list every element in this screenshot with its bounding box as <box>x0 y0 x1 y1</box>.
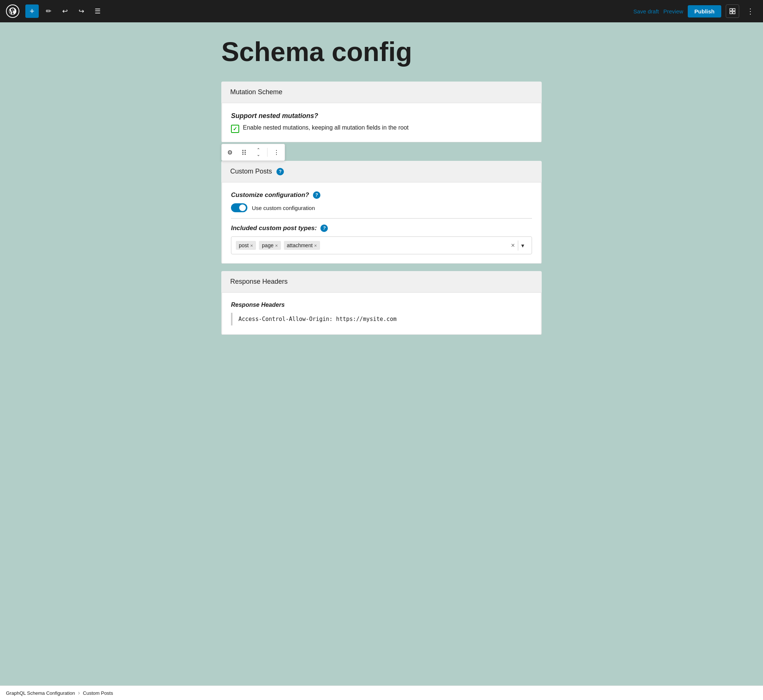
customize-config-text: Customize configuration? <box>231 191 309 199</box>
nested-mutations-label: Enable nested mutations, keeping all mut… <box>243 124 409 131</box>
chevron-updown-icon <box>257 148 260 157</box>
toggle-label: Use custom configuration <box>252 205 315 211</box>
mutation-scheme-header: Mutation Scheme <box>221 81 542 103</box>
tags-input[interactable]: post × page × attachment × × ▾ <box>231 236 532 254</box>
svg-point-5 <box>245 150 246 151</box>
publish-button[interactable]: Publish <box>688 5 721 17</box>
main-content: Schema config Mutation Scheme Support ne… <box>214 22 549 700</box>
mutation-scheme-body: Support nested mutations? Enable nested … <box>222 103 541 142</box>
customize-config-label: Customize configuration? ? <box>231 191 532 199</box>
toolbar-divider <box>267 148 268 157</box>
block-settings-button[interactable]: ⚙ <box>223 145 237 159</box>
included-post-types-label: Included custom post types: ? <box>231 225 532 232</box>
customize-config-help-icon[interactable]: ? <box>313 191 320 199</box>
block-drag-button[interactable] <box>237 145 251 159</box>
svg-rect-1 <box>733 9 735 11</box>
undo-button[interactable]: ↩ <box>58 5 72 18</box>
tag-attachment-remove[interactable]: × <box>314 243 317 248</box>
mutation-scheme-title: Mutation Scheme <box>230 88 282 96</box>
svg-rect-0 <box>730 9 732 11</box>
response-headers-block: Response Headers Response Headers Access… <box>221 271 542 335</box>
svg-point-9 <box>245 154 246 155</box>
tag-post: post × <box>236 241 256 250</box>
included-help-icon[interactable]: ? <box>320 225 328 232</box>
custom-posts-header: Custom Posts ? <box>221 161 542 182</box>
save-draft-button[interactable]: Save draft <box>633 8 659 14</box>
custom-posts-help-icon[interactable]: ? <box>276 168 284 175</box>
svg-rect-3 <box>733 11 735 14</box>
response-headers-code: Access-Control-Allow-Origin: https://mys… <box>231 313 532 325</box>
svg-rect-2 <box>730 11 732 14</box>
toolbar: + ✏ ↩ ↪ ☰ Save draft Preview Publish ⋮ <box>0 0 763 22</box>
preview-button[interactable]: Preview <box>663 8 683 14</box>
custom-posts-block: Custom Posts ? Customize configuration? … <box>221 161 542 264</box>
list-view-button[interactable]: ☰ <box>91 5 104 18</box>
toggle-row: Use custom configuration <box>231 203 532 212</box>
redo-button[interactable]: ↪ <box>75 5 88 18</box>
response-headers-header: Response Headers <box>221 271 542 292</box>
toolbar-right: Save draft Preview Publish ⋮ <box>633 5 757 18</box>
add-block-button[interactable]: + <box>25 5 39 18</box>
custom-config-toggle[interactable] <box>231 203 248 212</box>
breadcrumb-child: Custom Posts <box>83 690 113 696</box>
toolbar-left: + ✏ ↩ ↪ ☰ <box>6 5 104 18</box>
svg-point-6 <box>243 152 244 153</box>
tags-actions: × ▾ <box>509 240 527 251</box>
nested-mutations-checkbox[interactable] <box>231 125 239 133</box>
svg-point-8 <box>243 154 244 155</box>
tag-page-remove[interactable]: × <box>275 243 278 248</box>
block-more-button[interactable]: ⋮ <box>270 145 283 159</box>
breadcrumb-separator: › <box>78 689 80 696</box>
tags-clear-button[interactable]: × <box>509 240 516 251</box>
response-headers-code-line: Access-Control-Allow-Origin: https://mys… <box>238 316 396 322</box>
response-headers-sub-label: Response Headers <box>231 302 532 308</box>
svg-point-4 <box>243 150 244 151</box>
nested-mutations-checkbox-row: Enable nested mutations, keeping all mut… <box>231 124 532 133</box>
section-divider <box>231 218 532 219</box>
mutation-scheme-block: Mutation Scheme Support nested mutations… <box>221 81 542 142</box>
wp-logo[interactable] <box>6 5 19 18</box>
breadcrumb-root: GraphQL Schema Configuration <box>6 690 75 696</box>
tag-attachment: attachment × <box>284 241 320 250</box>
nested-mutations-question: Support nested mutations? <box>231 112 532 120</box>
custom-posts-title: Custom Posts <box>230 167 272 175</box>
included-label-text: Included custom post types: <box>231 225 316 232</box>
more-options-button[interactable]: ⋮ <box>744 5 757 18</box>
block-toolbar: ⚙ ⋮ <box>221 144 285 161</box>
breadcrumb-bar: GraphQL Schema Configuration › Custom Po… <box>0 686 763 700</box>
custom-posts-body: Customize configuration? ? Use custom co… <box>222 182 541 264</box>
response-headers-title: Response Headers <box>230 278 288 286</box>
tags-dropdown-button[interactable]: ▾ <box>518 241 527 251</box>
edit-button[interactable]: ✏ <box>42 5 55 18</box>
view-button[interactable] <box>726 5 739 18</box>
block-move-button[interactable] <box>251 145 265 159</box>
tag-page: page × <box>259 241 281 250</box>
tag-post-remove[interactable]: × <box>250 243 253 248</box>
svg-point-7 <box>245 152 246 153</box>
response-headers-body: Response Headers Access-Control-Allow-Or… <box>222 292 541 335</box>
page-title: Schema config <box>221 37 542 67</box>
